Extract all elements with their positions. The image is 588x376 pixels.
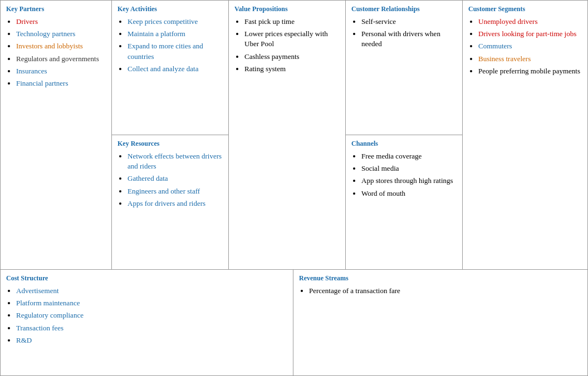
- list-item: Percentage of a transaction fare: [309, 286, 582, 296]
- list-item: Gathered data: [128, 174, 223, 184]
- list-item: Investors and lobbyists: [16, 41, 106, 51]
- business-model-canvas: Key Partners Drivers Technology partners…: [0, 0, 588, 376]
- list-item: Drivers looking for part-time jobs: [478, 29, 583, 39]
- key-resources-title: Key Resources: [117, 140, 223, 148]
- key-resources-list: Network effects between drivers and ride…: [117, 151, 223, 209]
- list-item: App stores through high ratings: [361, 176, 457, 186]
- list-item: Network effects between drivers and ride…: [128, 151, 223, 171]
- list-item: Platform maintenance: [16, 298, 287, 308]
- list-item: Rating system: [244, 64, 340, 74]
- cost-structure-list: Advertisement Platform maintenance Regul…: [6, 286, 287, 348]
- list-item: Word of mouth: [361, 189, 457, 199]
- list-item: Transaction fees: [16, 323, 287, 333]
- activities-resources-column: Key Activities Keep prices competitive M…: [112, 1, 229, 269]
- list-item: Drivers: [16, 17, 106, 27]
- list-item: Self-service: [361, 17, 457, 27]
- customer-segments-cell: Customer Segments Unemployed drivers Dri…: [463, 1, 588, 269]
- list-item: Insurances: [16, 66, 106, 76]
- list-item: R&D: [16, 335, 287, 345]
- list-item: Technology partners: [16, 29, 106, 39]
- value-propositions-title: Value Propositions: [234, 5, 340, 13]
- list-item: Advertisement: [16, 286, 287, 296]
- key-partners-cell: Key Partners Drivers Technology partners…: [1, 1, 112, 269]
- list-item: Business travelers: [478, 54, 583, 64]
- key-activities-title: Key Activities: [117, 5, 223, 13]
- value-propositions-cell: Value Propositions Fast pick up time Low…: [229, 1, 346, 269]
- list-item: Regulatory compliance: [16, 310, 287, 320]
- list-item: Collect and analyze data: [128, 64, 223, 74]
- customer-segments-list: Unemployed drivers Drivers looking for p…: [468, 17, 583, 78]
- list-item: Keep prices competitive: [128, 17, 223, 27]
- customer-relationships-list: Self-service Personal with drivers when …: [351, 17, 457, 50]
- revenue-streams-title: Revenue Streams: [299, 274, 582, 283]
- list-item: Free media coverage: [361, 151, 457, 161]
- list-item: Lower prices especially with Uber Pool: [244, 29, 340, 49]
- channels-cell: Channels Free media coverage Social medi…: [346, 135, 462, 269]
- list-item: People preferring mobile payments: [478, 66, 583, 76]
- key-partners-title: Key Partners: [6, 5, 106, 13]
- key-resources-cell: Key Resources Network effects between dr…: [112, 135, 228, 269]
- channels-list: Free media coverage Social media App sto…: [351, 151, 457, 199]
- bottom-section: Cost Structure Advertisement Platform ma…: [1, 270, 587, 375]
- list-item: Maintain a platform: [128, 29, 223, 39]
- list-item: Social media: [361, 164, 457, 174]
- list-item: Personal with drivers when needed: [361, 29, 457, 49]
- list-item: Apps for drivers and riders: [128, 199, 223, 209]
- list-item: Financial partners: [16, 78, 106, 88]
- list-item: Fast pick up time: [244, 17, 340, 27]
- revenue-streams-cell: Revenue Streams Percentage of a transact…: [293, 270, 587, 375]
- customer-relationships-title: Customer Relationships: [351, 5, 457, 13]
- list-item: Unemployed drivers: [478, 17, 583, 27]
- channels-title: Channels: [351, 140, 457, 148]
- cost-structure-title: Cost Structure: [6, 274, 287, 283]
- value-propositions-list: Fast pick up time Lower prices especiall…: [234, 17, 340, 76]
- list-item: Regulators and governments: [16, 54, 106, 64]
- customer-segments-title: Customer Segments: [468, 5, 583, 13]
- list-item: Commuters: [478, 41, 583, 51]
- key-activities-list: Keep prices competitive Maintain a platf…: [117, 17, 223, 74]
- relationships-channels-column: Customer Relationships Self-service Pers…: [346, 1, 463, 269]
- cost-structure-cell: Cost Structure Advertisement Platform ma…: [1, 270, 293, 375]
- list-item: Expand to more cities and countries: [128, 41, 223, 61]
- revenue-streams-list: Percentage of a transaction fare: [299, 286, 582, 298]
- key-partners-list: Drivers Technology partners Investors an…: [6, 17, 106, 91]
- list-item: Engineers and other staff: [128, 186, 223, 196]
- customer-relationships-cell: Customer Relationships Self-service Pers…: [346, 1, 462, 135]
- top-section: Key Partners Drivers Technology partners…: [1, 1, 587, 270]
- key-activities-cell: Key Activities Keep prices competitive M…: [112, 1, 228, 135]
- list-item: Cashless payments: [244, 52, 340, 62]
